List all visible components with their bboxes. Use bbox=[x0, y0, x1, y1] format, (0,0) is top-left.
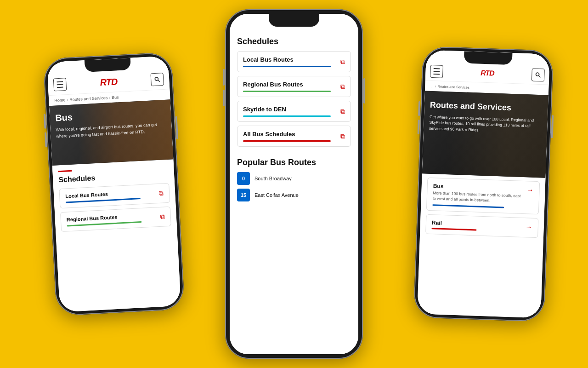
service-card-bus[interactable]: Bus More than 100 bus routes from north … bbox=[426, 178, 540, 214]
center-route-regional-left: Regional Bus Routes bbox=[243, 81, 340, 92]
center-ext-icon-local: ⧉ bbox=[340, 58, 345, 66]
breadcrumb-home[interactable]: Home bbox=[54, 98, 66, 103]
center-route-skyride-bar bbox=[243, 115, 331, 117]
right-search-button[interactable] bbox=[531, 69, 545, 82]
service-card-bus-text: More than 100 bus routes from north to s… bbox=[433, 190, 523, 205]
center-route-all-label: All Bus Schedules bbox=[243, 131, 340, 138]
center-route-regional-label: Regional Bus Routes bbox=[243, 81, 340, 88]
center-ext-icon-skyride: ⧉ bbox=[340, 108, 345, 115]
schedules-section: Schedules Local Bus Routes ⧉ Regional Bu… bbox=[52, 159, 177, 242]
route-card-regional-bar bbox=[67, 221, 142, 227]
center-route-local[interactable]: Local Bus Routes ⧉ bbox=[237, 51, 351, 72]
right-hamburger-2 bbox=[433, 71, 440, 72]
right-breadcrumb-back[interactable]: ... bbox=[430, 84, 434, 88]
external-link-icon-local: ⧉ bbox=[159, 189, 164, 197]
right-power-button bbox=[551, 115, 554, 138]
hamburger-line-2 bbox=[57, 84, 63, 85]
phone-center-screen: Schedules Local Bus Routes ⧉ Regional Bu… bbox=[230, 14, 358, 354]
menu-button[interactable] bbox=[53, 78, 67, 91]
phone-left: RTD Home › Routes and Services › Bus bbox=[43, 52, 185, 316]
hamburger-line-3 bbox=[57, 86, 63, 88]
phone-right: RTD ... › Routes and Services bbox=[413, 46, 554, 322]
breadcrumb-sep-2: › bbox=[109, 95, 111, 100]
center-route-skyride-left: Skyride to DEN bbox=[243, 106, 340, 117]
center-route-skyride-label: Skyride to DEN bbox=[243, 106, 340, 113]
center-route-all[interactable]: All Bus Schedules ⧉ bbox=[237, 126, 351, 147]
route-badge-1: 15 bbox=[237, 189, 250, 201]
service-card-rail[interactable]: Rail → bbox=[425, 214, 538, 238]
breadcrumb-bus: Bus bbox=[112, 95, 119, 100]
right-menu-button[interactable] bbox=[430, 65, 443, 78]
service-card-bus-arrow: → bbox=[526, 186, 534, 195]
power-button bbox=[175, 116, 178, 139]
center-schedules-section: Schedules Local Bus Routes ⧉ Regional Bu… bbox=[230, 14, 358, 156]
right-search-icon bbox=[535, 72, 541, 78]
phone-right-screen: RTD ... › Routes and Services bbox=[417, 50, 550, 318]
route-card-regional-label: Regional Bus Routes bbox=[67, 212, 160, 223]
right-vol-button-1 bbox=[418, 101, 420, 116]
svg-point-0 bbox=[155, 77, 158, 80]
right-screen-content: RTD ... › Routes and Services bbox=[417, 50, 550, 318]
center-power-button bbox=[363, 78, 365, 104]
phone-left-screen: RTD Home › Routes and Services › Bus bbox=[47, 56, 181, 312]
center-route-regional-bar bbox=[243, 91, 331, 92]
service-card-rail-bar bbox=[432, 228, 477, 230]
rtd-logo: RTD bbox=[100, 76, 118, 88]
popular-item-0[interactable]: 0 South Broadway bbox=[237, 172, 351, 185]
center-route-local-label: Local Bus Routes bbox=[243, 56, 340, 63]
center-screen-content: Schedules Local Bus Routes ⧉ Regional Bu… bbox=[230, 14, 358, 354]
right-breadcrumb-sep: › bbox=[435, 84, 436, 88]
center-ext-icon-regional: ⧉ bbox=[340, 83, 345, 91]
right-rtd-logo: RTD bbox=[481, 69, 494, 78]
route-card-local-bar bbox=[66, 198, 141, 203]
center-schedules-title: Schedules bbox=[237, 37, 351, 46]
breadcrumb-sep-1: › bbox=[67, 98, 68, 102]
service-card-rail-title: Rail bbox=[432, 219, 521, 229]
center-route-regional[interactable]: Regional Bus Routes ⧉ bbox=[237, 76, 351, 97]
center-route-local-left: Local Bus Routes bbox=[243, 56, 340, 67]
center-route-skyride[interactable]: Skyride to DEN ⧉ bbox=[237, 101, 351, 122]
svg-line-1 bbox=[158, 80, 160, 82]
route-card-regional-left: Regional Bus Routes bbox=[67, 212, 161, 227]
left-screen-content: RTD Home › Routes and Services › Bus bbox=[47, 56, 181, 312]
route-card-local[interactable]: Local Bus Routes ⧉ bbox=[59, 183, 170, 209]
breadcrumb-routes[interactable]: Routes and Services bbox=[69, 95, 107, 102]
right-notch bbox=[464, 51, 512, 65]
hamburger-line-1 bbox=[57, 81, 63, 82]
popular-item-1[interactable]: 15 East Colfax Avenue bbox=[237, 189, 351, 201]
service-card-rail-content: Rail bbox=[432, 219, 522, 232]
center-vol-button-1 bbox=[223, 69, 225, 86]
service-card-bus-bar bbox=[432, 204, 504, 208]
route-card-regional[interactable]: Regional Bus Routes ⧉ bbox=[60, 207, 171, 232]
center-route-local-bar bbox=[243, 66, 331, 67]
right-hero: Routes and Services Get where you want t… bbox=[422, 91, 548, 178]
center-route-all-bar bbox=[243, 140, 331, 142]
route-card-local-left: Local Bus Routes bbox=[65, 189, 159, 203]
search-button[interactable] bbox=[151, 73, 164, 86]
center-popular-title: Popular Bus Routes bbox=[237, 158, 351, 167]
center-notch bbox=[269, 14, 319, 27]
external-link-icon-regional: ⧉ bbox=[160, 213, 165, 221]
search-icon bbox=[154, 76, 161, 83]
vol-button-2 bbox=[45, 132, 47, 147]
center-ext-icon-all: ⧉ bbox=[340, 132, 345, 140]
route-badge-0: 0 bbox=[237, 172, 250, 185]
route-card-local-label: Local Bus Routes bbox=[65, 189, 159, 199]
schedules-title: Schedules bbox=[58, 170, 169, 184]
popular-item-label-0: South Broadway bbox=[254, 176, 292, 181]
center-vol-button-2 bbox=[223, 90, 225, 106]
center-route-all-left: All Bus Schedules bbox=[243, 131, 340, 142]
vol-button-1 bbox=[44, 114, 46, 129]
svg-point-2 bbox=[536, 73, 539, 76]
section-divider bbox=[58, 170, 72, 172]
popular-item-label-1: East Colfax Avenue bbox=[254, 192, 299, 198]
left-hero: Bus With local, regional, and airport bu… bbox=[49, 99, 173, 166]
service-card-bus-content: Bus More than 100 bus routes from north … bbox=[432, 183, 523, 209]
center-popular-section: Popular Bus Routes 0 South Broadway 15 E… bbox=[230, 156, 358, 211]
phones-container: RTD Home › Routes and Services › Bus bbox=[0, 0, 588, 368]
service-card-rail-arrow: → bbox=[525, 223, 532, 231]
right-breadcrumb-routes: Routes and Services bbox=[437, 84, 469, 89]
right-hamburger-1 bbox=[434, 68, 440, 69]
svg-line-3 bbox=[539, 76, 541, 78]
notch bbox=[85, 58, 131, 72]
